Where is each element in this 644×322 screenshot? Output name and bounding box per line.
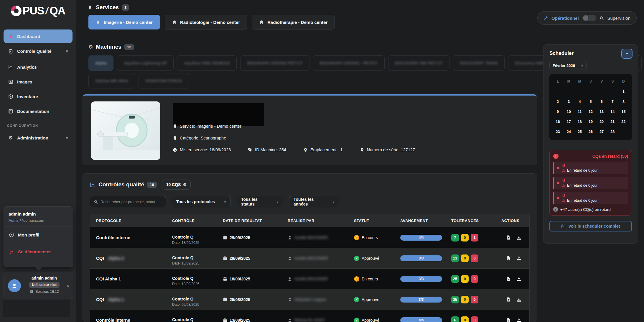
calendar-day[interactable]: 24 [563, 127, 574, 137]
download-icon[interactable] [516, 256, 521, 261]
report-icon[interactable] [506, 256, 511, 261]
overdue-item[interactable]: -2En retard de 0 jour [553, 192, 628, 204]
machine-tab[interactable]: BIOGRAPH VISION3 PET-CT [240, 55, 309, 71]
filter-status-select[interactable]: Tous les statuts [237, 196, 283, 207]
machine-tab[interactable]: SOMATOM FORCE [139, 73, 189, 88]
machine-tab[interactable]: BIOGRAPH VISION2 - PET/CT [313, 55, 385, 71]
report-icon[interactable] [506, 318, 511, 322]
sidebar-item-images[interactable]: Images [4, 76, 73, 88]
calendar-day[interactable]: 3 [563, 97, 574, 106]
avatar [8, 279, 21, 292]
machine-tab[interactable]: DISCOVERY 750HD [453, 55, 505, 71]
service-button-radiobiologie[interactable]: Radiobiologie - Demo center [165, 15, 247, 29]
calendar-day[interactable]: 6 [596, 97, 607, 106]
col-date-resultat: DATE DE RESULTAT [217, 218, 282, 223]
performed-by-redacted: Sébastien Leygrac [294, 297, 326, 302]
supervision-label[interactable]: Supervision [607, 16, 630, 21]
table-row[interactable]: CQIAlpha 2Controle QDate: 18/09/202529/0… [90, 248, 529, 268]
report-icon[interactable] [506, 276, 511, 281]
calendar-day[interactable]: 21 [607, 117, 618, 126]
calendar-day[interactable]: 17 [563, 117, 574, 126]
machine-tab[interactable]: Optima MR 450w [88, 73, 135, 88]
sidebar-item-documentation[interactable]: Documentation [4, 105, 73, 117]
table-row[interactable]: Contrôle interneControle QDate: 08/08/20… [90, 310, 529, 322]
calendar-day[interactable]: 28 [607, 127, 618, 137]
logout-icon [9, 249, 14, 254]
calendar-day[interactable]: 11 [574, 107, 585, 116]
download-icon[interactable] [516, 235, 521, 240]
machine-tab[interactable]: Aquilion Lightning SP [117, 55, 174, 71]
service-button-imagerie[interactable]: Imagerie - Demo center [88, 15, 160, 29]
calendar-day[interactable]: 16 [552, 117, 563, 126]
calendar-day[interactable]: 4 [574, 97, 585, 106]
download-icon[interactable] [516, 297, 521, 302]
overdue-delta: -2 [562, 194, 597, 198]
user-card[interactable]: admin admin Utilisateur·rice Session: 16… [4, 272, 73, 299]
machine-tab-label: DISCOVERY 690 PET-CT [395, 61, 443, 65]
calendar-day[interactable]: 5 [585, 97, 596, 106]
calendar-day[interactable]: 2 [552, 97, 563, 106]
logout-button[interactable]: Se déconnecter [9, 247, 68, 256]
calendar-day[interactable]: 14 [607, 107, 618, 116]
building-icon [173, 124, 177, 129]
filter-years-select[interactable]: Toutes les années [289, 196, 339, 207]
calendar-day[interactable]: 25 [574, 127, 585, 137]
chevron-up-icon[interactable] [66, 283, 69, 288]
my-profile-button[interactable]: Mon profil [9, 230, 68, 239]
progress-bar: 3/3 [400, 297, 442, 303]
sidebar-item-inventaire[interactable]: Inventaire [4, 91, 73, 102]
qc-settings-pill[interactable]: 10 CQS [162, 180, 191, 190]
calendar-day[interactable]: 8 [618, 97, 629, 106]
services-header: Services 3 [88, 4, 129, 11]
table-row[interactable]: CQIAlpha 1Controle QDate: 05/08/202525/0… [90, 289, 529, 310]
collapse-button[interactable] [621, 49, 633, 59]
download-icon[interactable] [516, 318, 521, 322]
sidebar-item-analytics[interactable]: Analytics [4, 61, 73, 73]
calendar-day[interactable]: 20 [596, 117, 607, 126]
overdue-item[interactable]: -2En retard de 0 jour [553, 177, 628, 189]
tag-icon [248, 148, 252, 152]
clock-icon [29, 289, 34, 294]
progress-bar: 4/4 [400, 235, 442, 241]
table-row[interactable]: Contrôle interneControle QDate: 18/09/20… [90, 227, 529, 248]
machine-tab[interactable]: Alpha [88, 55, 113, 71]
service-button-radiotherapie[interactable]: Radiothérapie - Demo center [252, 15, 335, 29]
calendar-day[interactable]: 18 [574, 117, 585, 126]
table-body: Contrôle interneControle QDate: 18/09/20… [90, 227, 529, 322]
sidebar-item-controle-qualite[interactable]: Contrôle Qualité [4, 45, 73, 57]
calendar-day[interactable]: 23 [552, 127, 563, 137]
calendar-day[interactable]: 27 [596, 127, 607, 137]
calendar-day[interactable]: 9 [552, 107, 563, 116]
mode-toggle-switch[interactable] [582, 15, 596, 21]
table-row[interactable]: CQI Alpha 1Controle QDate: 18/09/202518/… [90, 268, 529, 289]
calendar-empty-cell [607, 87, 618, 96]
chart-line-icon [90, 182, 95, 188]
result-date: 25/08/2025 [230, 297, 250, 302]
calendar-day[interactable]: 13 [596, 107, 607, 116]
calendar-day[interactable]: 22 [618, 117, 629, 126]
machine-tab[interactable]: DISCOVERY 690 PET-CT [388, 55, 450, 71]
report-icon[interactable] [506, 297, 511, 302]
month-select[interactable]: Février 2026 [549, 61, 587, 70]
calendar-day[interactable]: 1 [618, 87, 629, 96]
calendar-day[interactable]: 26 [585, 127, 596, 137]
calendar-day[interactable]: 7 [607, 97, 618, 106]
session-info: Session: 16:12 [29, 289, 59, 294]
sidebar-item-administration[interactable]: Administration [4, 132, 73, 144]
calendar-day[interactable]: 19 [585, 117, 596, 126]
overdue-item[interactable]: -2En retard de 0 jour [553, 162, 628, 174]
calendar-day[interactable]: 10 [563, 107, 574, 116]
operational-label[interactable]: Opérationnel [551, 16, 579, 21]
calendar: LMMJVSD123456789101112131415161718192021… [549, 74, 632, 140]
download-icon[interactable] [516, 276, 521, 281]
calendar-day[interactable]: 15 [618, 107, 629, 116]
report-icon[interactable] [506, 235, 511, 240]
sidebar-item-dashboard[interactable]: / Dashboard [4, 29, 73, 43]
filter-protocols-select[interactable]: Tous les protocoles [172, 196, 231, 207]
calendar-day[interactable]: 12 [585, 107, 596, 116]
machine-tab[interactable]: Aquilion ONE GENESIS [177, 55, 237, 71]
tolerance-warn-badge: 0 [461, 254, 469, 262]
view-full-scheduler-button[interactable]: Voir le scheduler complet [549, 221, 632, 231]
calendar-weekday: D [618, 78, 629, 86]
search-input[interactable] [101, 200, 162, 204]
